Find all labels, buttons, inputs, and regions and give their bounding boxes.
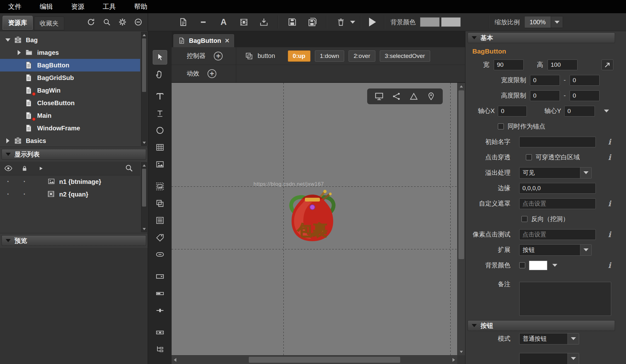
button-section-header[interactable]: 按钮 <box>468 320 615 331</box>
tree-item-windowframe[interactable]: WindowFrame <box>0 122 140 134</box>
monitor-icon[interactable] <box>373 91 385 102</box>
tool-progressbar-button[interactable] <box>153 286 167 301</box>
lock-cell[interactable]: · <box>16 178 33 186</box>
chevron-down-icon[interactable] <box>551 16 563 28</box>
tree-item-basics[interactable]: Basics <box>0 134 140 147</box>
scroll-down-icon[interactable] <box>458 348 465 355</box>
tool-text-button[interactable] <box>153 89 167 104</box>
scroll-up-icon[interactable] <box>141 162 147 168</box>
pivot-y-input[interactable]: 0 <box>564 106 595 117</box>
gear-icon[interactable] <box>118 18 127 26</box>
scroll-down-icon[interactable] <box>141 226 147 232</box>
controller-state-0[interactable]: 0:up <box>288 50 310 62</box>
cropped-select[interactable] <box>519 353 579 364</box>
expand-icon[interactable] <box>4 38 12 42</box>
chevron-down-icon[interactable] <box>552 264 557 267</box>
save-all-button[interactable] <box>305 15 320 29</box>
fit-link-button[interactable] <box>601 60 613 70</box>
bagbutton-sprite[interactable]: 包裹 <box>283 190 341 249</box>
tab-favorites[interactable]: 收藏夹 <box>34 16 64 30</box>
triangle-icon[interactable] <box>408 91 419 102</box>
scrollbar-thumb[interactable] <box>142 169 146 207</box>
height-input[interactable]: 100 <box>548 60 578 70</box>
tool-component-button[interactable] <box>153 196 167 211</box>
controller-state-3[interactable]: 3:selectedOver <box>380 50 430 62</box>
new-graph-button[interactable] <box>196 15 211 29</box>
invert-checkbox[interactable] <box>521 216 527 222</box>
tab-library[interactable]: 资源库 <box>3 16 33 30</box>
collapse-icon[interactable] <box>15 50 23 55</box>
pivot-x-input[interactable]: 0 <box>498 106 527 117</box>
lock-cell[interactable]: · <box>16 190 33 198</box>
custom-mask-input[interactable]: 点击设置 <box>519 198 596 209</box>
close-icon[interactable]: × <box>225 37 229 44</box>
new-movieclip-button[interactable] <box>236 15 251 29</box>
tree-item-bagwin[interactable]: BagWin <box>0 84 140 97</box>
visibility-cell[interactable]: · <box>0 190 16 198</box>
height-limit-max-input[interactable]: 0 <box>570 90 600 101</box>
width-limit-min-input[interactable]: 0 <box>530 75 560 86</box>
tool-grid-button[interactable] <box>153 140 167 155</box>
tree-item-baggridsub[interactable]: BagGridSub <box>0 71 140 84</box>
add-transition-button[interactable]: + <box>208 69 216 78</box>
width-input[interactable]: 90 <box>494 60 524 70</box>
extension-select[interactable]: 按钮 <box>519 244 592 256</box>
tool-select-button[interactable] <box>153 50 167 65</box>
menu-item-resource[interactable]: 资源 <box>71 2 84 11</box>
new-text-button[interactable]: A <box>216 15 231 29</box>
tab-bagbutton[interactable]: BagButton × <box>173 34 235 47</box>
menu-item-tools[interactable]: 工具 <box>103 2 116 11</box>
tool-scrollbar-button[interactable] <box>153 325 167 340</box>
chevron-down-icon[interactable] <box>604 110 609 112</box>
tree-scrollbar[interactable] <box>141 32 147 146</box>
controller-state-1[interactable]: 1:down <box>315 50 344 62</box>
info-icon[interactable]: i <box>608 261 611 270</box>
basic-section-header[interactable]: 基本 <box>468 32 615 43</box>
visibility-cell[interactable]: · <box>0 178 16 186</box>
delete-menu-button[interactable] <box>349 15 356 29</box>
share-nodes-icon[interactable] <box>391 91 402 102</box>
pixel-hittest-input[interactable]: 点击设置 <box>519 229 596 240</box>
save-button[interactable] <box>285 15 299 29</box>
tool-label-button[interactable] <box>153 230 167 245</box>
scrollbar-thumb[interactable] <box>249 357 400 363</box>
tool-slider-button[interactable] <box>153 303 167 318</box>
visibility-icon[interactable] <box>0 164 16 173</box>
tool-combobox-button[interactable] <box>153 269 167 284</box>
info-icon[interactable]: i <box>608 137 611 146</box>
display-list-header[interactable]: 显示列表 <box>2 149 146 160</box>
test-play-button[interactable] <box>369 18 376 26</box>
tool-button-button[interactable] <box>153 247 167 262</box>
tree-item-main[interactable]: Main <box>0 109 140 122</box>
search-icon[interactable] <box>102 18 111 26</box>
tool-loader-button[interactable] <box>153 179 167 194</box>
display-list-item-n2[interactable]: · · n2 {quan} <box>0 188 140 201</box>
height-limit-min-input[interactable]: 0 <box>530 90 560 101</box>
tree-item-bag[interactable]: Bag <box>0 34 140 46</box>
import-button[interactable] <box>257 15 271 29</box>
remark-textarea[interactable] <box>519 282 611 316</box>
tree-item-closebutton[interactable]: CloseButton <box>0 97 140 109</box>
play-icon[interactable] <box>33 166 49 171</box>
scrollbar-thumb[interactable] <box>142 38 146 92</box>
tree-item-images[interactable]: images <box>0 46 140 59</box>
zoom-select[interactable]: 100% <box>524 16 563 28</box>
controller-state-2[interactable]: 2:over <box>349 50 375 62</box>
info-icon[interactable]: i <box>608 199 611 208</box>
search-icon[interactable] <box>125 164 133 172</box>
anchor-checkbox[interactable] <box>498 123 504 129</box>
menu-item-help[interactable]: 帮助 <box>134 2 147 11</box>
mode-select[interactable]: 普通按钮 <box>519 333 579 344</box>
click-through-checkbox[interactable] <box>526 154 532 160</box>
info-icon[interactable]: i <box>608 153 611 162</box>
scrollbar-thumb[interactable] <box>458 90 464 259</box>
pin-icon[interactable] <box>425 91 437 102</box>
tool-shape-button[interactable] <box>153 123 167 138</box>
scroll-down-icon[interactable] <box>141 140 147 145</box>
scroll-up-icon[interactable] <box>141 32 147 38</box>
bg-color-swatch-1[interactable] <box>420 17 440 27</box>
controller-name[interactable]: button <box>258 52 275 60</box>
tool-list-button[interactable] <box>153 213 167 228</box>
menu-item-edit[interactable]: 编辑 <box>40 2 53 11</box>
bg-color-swatch[interactable] <box>529 261 547 270</box>
